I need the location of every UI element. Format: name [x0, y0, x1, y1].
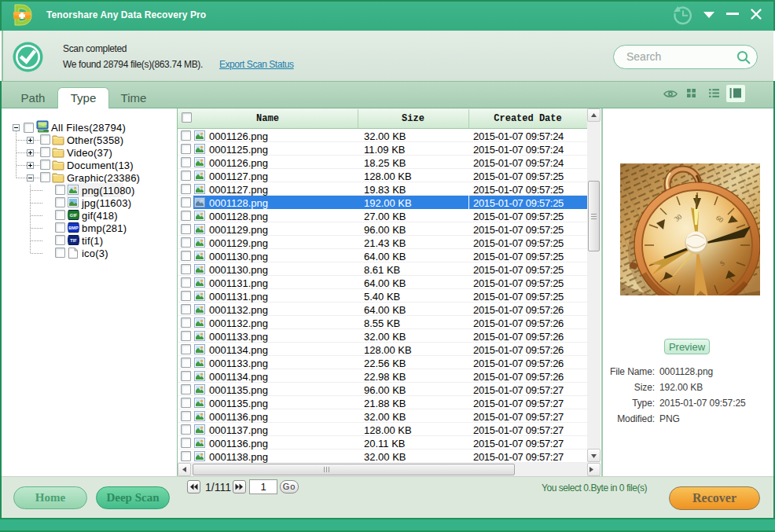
svg-text:BMP: BMP: [68, 226, 79, 230]
svg-text:GIF: GIF: [70, 213, 78, 218]
svg-text:TIF: TIF: [70, 238, 77, 243]
